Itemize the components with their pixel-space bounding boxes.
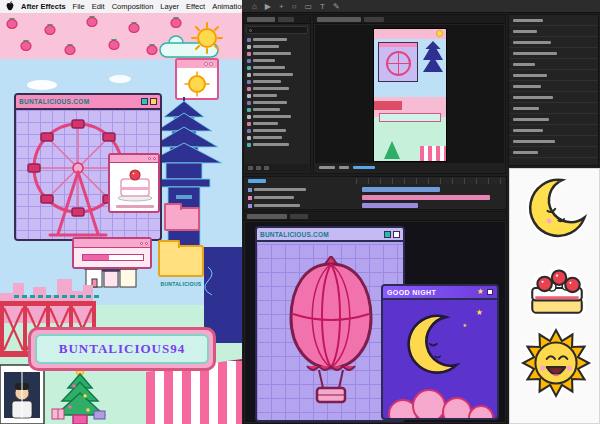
resolution-control[interactable] — [339, 166, 349, 169]
project-item-row[interactable] — [244, 106, 310, 113]
yellow-folder-icon[interactable] — [158, 245, 204, 277]
panel-header-row[interactable] — [509, 26, 598, 37]
project-item-row[interactable] — [244, 120, 310, 127]
panel-header-row[interactable] — [509, 114, 598, 125]
project-item-row[interactable] — [244, 71, 310, 78]
project-item-row[interactable] — [244, 57, 310, 64]
banner-text: BUNTALICIOUS94 — [59, 341, 185, 357]
selection-tool-icon[interactable]: ▶ — [265, 2, 271, 11]
project-item-row[interactable] — [244, 141, 310, 148]
project-item-row[interactable] — [244, 113, 310, 120]
project-item-row[interactable] — [244, 127, 310, 134]
window-button-close[interactable] — [487, 289, 493, 295]
viewer2-tab-2[interactable] — [290, 214, 308, 219]
composition-tab[interactable] — [317, 17, 361, 22]
project-item-row[interactable] — [244, 134, 310, 141]
new-comp-icon[interactable] — [256, 166, 261, 170]
viewer-status-bar — [315, 163, 504, 172]
panel-header-row[interactable] — [509, 147, 598, 158]
project-item-row[interactable] — [244, 78, 310, 85]
preview-bridge — [374, 101, 402, 110]
loading-dialog-title-bar — [74, 239, 150, 248]
layer-row[interactable] — [245, 202, 355, 209]
dialog-dot-button[interactable] — [140, 242, 143, 245]
footage-tab[interactable] — [364, 17, 384, 22]
viewer-tabs — [314, 15, 505, 24]
star-button-icon[interactable]: ★ — [477, 288, 484, 296]
type-tool-icon[interactable]: T — [320, 2, 325, 11]
new-folder-icon[interactable] — [248, 166, 253, 170]
project-item-row[interactable] — [244, 43, 310, 50]
cake-sticker[interactable] — [524, 257, 590, 319]
panel-header-row[interactable] — [509, 48, 598, 59]
add-tool-icon[interactable]: + — [279, 2, 284, 11]
menu-animation[interactable]: Animation — [212, 2, 242, 11]
sun-sticker[interactable] — [520, 327, 592, 399]
layer-duration-bar[interactable] — [362, 195, 490, 200]
effects-tab[interactable] — [278, 17, 294, 22]
pen-tool-icon[interactable]: ✎ — [333, 2, 340, 11]
viewer2-tab[interactable] — [247, 214, 287, 219]
dialog-dot-button[interactable] — [145, 242, 148, 245]
viewer2-canvas[interactable]: BUNTALICIOUS.COM — [245, 222, 505, 422]
apple-logo-icon[interactable] — [6, 1, 14, 13]
panel-header-row[interactable] — [509, 92, 598, 103]
ellipse-tool-icon[interactable]: ○ — [292, 2, 297, 11]
pink-folder-icon[interactable] — [164, 207, 200, 231]
menu-edit[interactable]: Edit — [92, 2, 105, 11]
zoom-control[interactable] — [319, 166, 335, 169]
menu-file[interactable]: File — [73, 2, 85, 11]
menu-effect[interactable]: Effect — [186, 2, 205, 11]
panel-header-row[interactable] — [509, 136, 598, 147]
loading-dialog — [72, 237, 152, 269]
project-item-row[interactable] — [244, 36, 310, 43]
layer-row[interactable] — [245, 194, 355, 201]
browser-title-bar: BUNTALICIOUS.COM — [16, 95, 160, 110]
project-item-row[interactable] — [244, 64, 310, 71]
layer-duration-bar[interactable] — [362, 203, 418, 208]
project-item-row[interactable] — [244, 85, 310, 92]
viewer-canvas[interactable] — [315, 25, 504, 163]
trash-icon[interactable] — [264, 166, 269, 170]
window-button-minimize[interactable] — [384, 231, 391, 238]
rectangle-tool-icon[interactable]: ▭ — [305, 2, 313, 11]
menu-composition[interactable]: Composition — [112, 2, 154, 11]
panel-header-row[interactable] — [509, 70, 598, 81]
project-item-row[interactable] — [244, 50, 310, 57]
project-item-row[interactable] — [244, 92, 310, 99]
good-night-window: GOOD NIGHT ★ ★ ★ — [381, 284, 499, 420]
project-item-row[interactable] — [244, 99, 310, 106]
menu-app-name[interactable]: After Effects — [21, 2, 66, 11]
cake-illustration — [111, 163, 159, 203]
pink-cloud-illustration — [383, 388, 497, 420]
sun-icon — [192, 23, 222, 53]
good-night-body: ★ ★ — [383, 302, 497, 418]
layer-row[interactable] — [245, 186, 355, 193]
panel-header-row[interactable] — [509, 103, 598, 114]
panel-header-row[interactable] — [509, 59, 598, 70]
window-button-minimize[interactable] — [141, 98, 148, 105]
panel-header-row[interactable] — [509, 15, 598, 26]
crescent-moon-illustration — [399, 310, 471, 390]
menu-layer[interactable]: Layer — [160, 2, 179, 11]
progress-bar — [82, 254, 144, 261]
dialog-dot-button[interactable] — [148, 157, 151, 160]
time-ruler[interactable] — [356, 178, 505, 184]
home-icon[interactable]: ⌂ — [252, 2, 257, 11]
dialog-dot-button[interactable] — [153, 157, 156, 160]
window-button-close[interactable] — [393, 231, 400, 238]
layer-duration-bar[interactable] — [362, 187, 440, 192]
panel-header-row[interactable] — [509, 125, 598, 136]
window-button-close[interactable] — [150, 98, 157, 105]
panel-header-row[interactable] — [509, 81, 598, 92]
timeline-panel — [243, 176, 507, 210]
preview-awning — [420, 146, 446, 161]
viewer2-tabs — [244, 212, 506, 221]
timecode-field[interactable] — [248, 179, 266, 183]
stickers-panel — [509, 168, 600, 424]
project-item-list — [244, 36, 310, 148]
project-tab[interactable] — [247, 17, 275, 22]
project-search-input[interactable] — [246, 26, 308, 34]
panel-header-row[interactable] — [509, 37, 598, 48]
moon-sticker[interactable] — [520, 177, 590, 247]
